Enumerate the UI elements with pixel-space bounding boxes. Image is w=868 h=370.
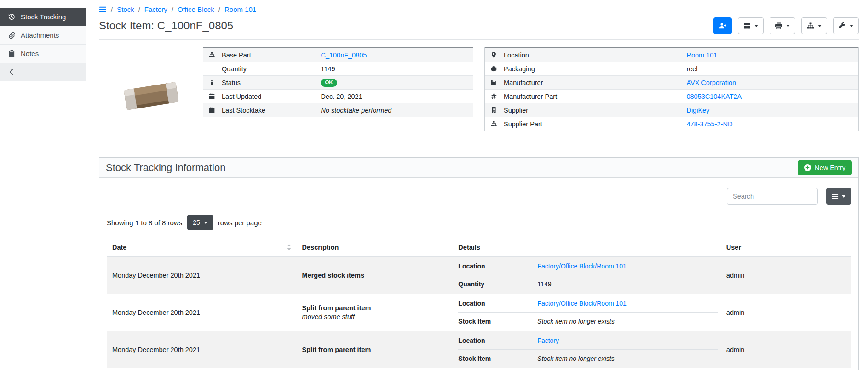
menu-icon[interactable] bbox=[99, 6, 107, 13]
location-link[interactable]: Factory/Office Block/Room 101 bbox=[537, 262, 718, 270]
detail-row-manufacturer: Manufacturer AVX Corporation bbox=[485, 76, 858, 90]
detail-label: Supplier bbox=[504, 107, 528, 114]
showing-rows-text: Showing 1 to 8 of 8 rows bbox=[107, 219, 182, 227]
chevron-down-icon bbox=[204, 222, 207, 224]
action-toolbar bbox=[713, 17, 859, 34]
status-badge: OK bbox=[321, 79, 337, 87]
sidebar: Stock Tracking Attachments Notes bbox=[0, 0, 86, 370]
user-cell: admin bbox=[721, 256, 851, 294]
user-actions-button[interactable] bbox=[713, 17, 732, 34]
list-icon bbox=[832, 193, 839, 200]
date-cell: Monday December 20th 2021 bbox=[107, 331, 297, 368]
detail-sub-label: Stock Item bbox=[458, 355, 537, 362]
calendar-icon bbox=[208, 107, 216, 113]
detail-row-supplier: Supplier DigiKey bbox=[485, 103, 858, 117]
box-icon bbox=[490, 66, 498, 72]
detail-sub-row: Location Factory/Office Block/Room 101 bbox=[458, 258, 718, 275]
last-updated-value: Dec. 20, 2021 bbox=[321, 93, 362, 100]
detail-label: Status bbox=[222, 79, 241, 86]
detail-label: Supplier Part bbox=[504, 120, 542, 128]
page-title: Stock Item: C_100nF_0805 bbox=[99, 19, 233, 32]
column-header-details: Details bbox=[453, 239, 720, 256]
detail-row-manufacturer-part: Manufacturer Part 08053C104KAT2A bbox=[485, 90, 858, 103]
user-cell: admin bbox=[721, 294, 851, 331]
detail-sub-label: Location bbox=[458, 262, 537, 270]
details-cell: Location Factory/Office Block/Room 101 Q… bbox=[453, 256, 720, 294]
details-cell: Location Factory/Office Block/Room 101 S… bbox=[453, 294, 720, 331]
column-header-date[interactable]: Date bbox=[107, 239, 297, 256]
sidebar-collapse-button[interactable] bbox=[0, 63, 86, 81]
description-cell: Split from parent item moved some stuff bbox=[297, 294, 453, 331]
stock-tracking-panel: Stock Tracking Information New Entry bbox=[99, 157, 859, 370]
print-dropdown[interactable] bbox=[770, 17, 795, 34]
detail-row-last-stocktake: Last Stocktake No stocktake performed bbox=[203, 103, 473, 117]
detail-label: Location bbox=[504, 51, 529, 59]
detail-sub-row: Location Factory bbox=[458, 332, 718, 350]
column-header-description: Description bbox=[297, 239, 453, 256]
sidebar-item-label: Attachments bbox=[21, 31, 59, 39]
part-thumbnail[interactable] bbox=[99, 47, 203, 145]
description-text: Split from parent item bbox=[302, 304, 448, 312]
detail-row-quantity: Quantity 1149 bbox=[203, 62, 473, 76]
printer-icon bbox=[775, 22, 782, 29]
tracking-panel-title: Stock Tracking Information bbox=[106, 162, 225, 174]
view-options-dropdown[interactable] bbox=[738, 17, 764, 34]
breadcrumb-link-factory[interactable]: Factory bbox=[144, 6, 167, 13]
new-entry-label: New Entry bbox=[815, 164, 845, 171]
packaging-value: reel bbox=[686, 65, 697, 73]
detail-sub-label: Quantity bbox=[458, 280, 537, 288]
sort-icon bbox=[287, 244, 291, 250]
detail-row-location: Location Room 101 bbox=[485, 48, 858, 62]
industry-icon bbox=[490, 80, 498, 85]
detail-sub-row: Location Factory/Office Block/Room 101 bbox=[458, 295, 718, 313]
column-header-label: Date bbox=[112, 244, 126, 251]
supplier-link[interactable]: DigiKey bbox=[686, 107, 709, 114]
detail-sub-label: Location bbox=[458, 337, 537, 344]
manufacturer-link[interactable]: AVX Corporation bbox=[686, 79, 736, 86]
user-cell: admin bbox=[721, 331, 851, 368]
page-size-dropdown[interactable]: 25 bbox=[187, 215, 213, 230]
manufacturer-part-link[interactable]: 08053C104KAT2A bbox=[686, 93, 742, 100]
detail-row-supplier-part: Supplier Part 478-3755-2-ND bbox=[485, 117, 858, 131]
location-link[interactable]: Factory/Office Block/Room 101 bbox=[537, 300, 718, 307]
column-header-user: User bbox=[721, 239, 851, 256]
breadcrumb-separator: / bbox=[218, 6, 220, 13]
stock-actions-dropdown[interactable] bbox=[801, 17, 827, 34]
new-entry-button[interactable]: New Entry bbox=[798, 160, 852, 175]
sitemap-icon bbox=[208, 52, 216, 58]
breadcrumb-link-room-101[interactable]: Room 101 bbox=[224, 6, 256, 13]
breadcrumb-link-stock[interactable]: Stock bbox=[117, 6, 134, 13]
search-input[interactable] bbox=[727, 188, 818, 205]
breadcrumb: / Stock / Factory / Office Block / Room … bbox=[99, 6, 859, 13]
sidebar-item-stock-tracking[interactable]: Stock Tracking bbox=[0, 8, 86, 26]
location-link[interactable]: Room 101 bbox=[686, 51, 717, 59]
admin-tools-dropdown[interactable] bbox=[833, 17, 859, 34]
detail-row-status: Status OK bbox=[203, 76, 473, 90]
base-part-link[interactable]: C_100nF_0805 bbox=[321, 51, 367, 59]
column-header-label: Description bbox=[302, 244, 339, 251]
detail-sub-value: Stock item no longer exists bbox=[537, 318, 718, 325]
info-icon bbox=[208, 80, 216, 85]
location-link[interactable]: Factory bbox=[537, 337, 718, 344]
chevron-left-icon bbox=[8, 68, 15, 75]
chevron-down-icon bbox=[818, 25, 822, 27]
column-select-dropdown[interactable] bbox=[826, 188, 851, 205]
chevron-down-icon bbox=[850, 25, 853, 27]
breadcrumb-separator: / bbox=[138, 6, 140, 13]
user-plus-icon bbox=[719, 22, 726, 29]
detail-label: Manufacturer Part bbox=[504, 93, 557, 100]
capacitor-image bbox=[117, 74, 186, 118]
quantity-value: 1149 bbox=[321, 65, 335, 73]
supplier-part-link[interactable]: 478-3755-2-ND bbox=[686, 120, 732, 128]
detail-sub-row: Quantity 1149 bbox=[458, 275, 718, 293]
stock-item-summary-panel: Base Part C_100nF_0805 Quantity 1149 bbox=[99, 47, 473, 145]
sidebar-item-attachments[interactable]: Attachments bbox=[0, 26, 86, 45]
detail-sub-value: Stock item no longer exists bbox=[537, 355, 718, 362]
calendar-icon bbox=[208, 93, 216, 99]
breadcrumb-link-office-block[interactable]: Office Block bbox=[178, 6, 214, 13]
detail-label: Packaging bbox=[504, 65, 535, 73]
detail-row-last-updated: Last Updated Dec. 20, 2021 bbox=[203, 90, 473, 103]
sidebar-item-notes[interactable]: Notes bbox=[0, 45, 86, 63]
app-root: Stock Tracking Attachments Notes bbox=[0, 0, 868, 370]
detail-sub-label: Stock Item bbox=[458, 318, 537, 325]
